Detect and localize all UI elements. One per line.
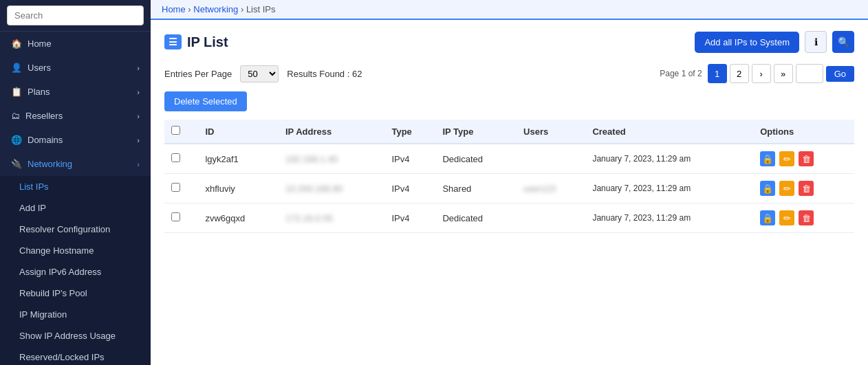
page-info: Page 1 of 2 xyxy=(660,69,702,78)
breadcrumb-networking[interactable]: Networking xyxy=(193,4,238,14)
select-all-checkbox[interactable] xyxy=(171,126,180,135)
col-type: Type xyxy=(384,120,435,144)
row-users xyxy=(517,203,585,233)
search-input[interactable] xyxy=(7,5,144,25)
row-id: zvw6gqxd xyxy=(198,203,279,233)
row-checkbox-cell xyxy=(164,203,198,233)
edit-icon[interactable]: ✏ xyxy=(779,151,794,166)
page-btn-next[interactable]: › xyxy=(752,64,771,83)
col-users: Users xyxy=(517,120,585,144)
resellers-icon: 🗂 xyxy=(11,111,20,121)
page-header: ☰ IP List Add all IPs to System ℹ 🔍 xyxy=(164,31,854,53)
chevron-icon: › xyxy=(137,160,140,168)
page-header-actions: Add all IPs to System ℹ 🔍 xyxy=(695,31,854,53)
row-checkbox-cell xyxy=(164,174,198,203)
row-checkbox[interactable] xyxy=(171,212,180,221)
list-icon: ☰ xyxy=(164,34,182,49)
col-id: ID xyxy=(198,120,279,144)
sidebar-item-ip-migration[interactable]: IP Migration xyxy=(0,304,151,325)
sidebar-item-networking[interactable]: 🔌 Networking › xyxy=(0,152,151,176)
row-ip: 192.168.1.40 xyxy=(279,144,384,174)
page-btn-last[interactable]: » xyxy=(774,64,793,83)
info-button[interactable]: ℹ xyxy=(805,31,827,53)
search-box xyxy=(0,0,151,32)
row-ip: 172.16.0.55 xyxy=(279,203,384,233)
home-icon: 🏠 xyxy=(11,38,22,49)
page-btn-2[interactable]: 2 xyxy=(730,64,749,83)
entries-label: Entries Per Page xyxy=(164,69,232,79)
delete-selected-container: Delete Selected xyxy=(164,91,854,120)
sidebar-item-domains[interactable]: 🌐 Domains › xyxy=(0,128,151,152)
breadcrumb: Home › Networking › List IPs xyxy=(151,0,868,20)
row-ip-type: Dedicated xyxy=(435,203,517,233)
sidebar-item-plans[interactable]: 📋 Plans › xyxy=(0,80,151,104)
lock-icon[interactable]: 🔒 xyxy=(760,181,775,196)
edit-icon[interactable]: ✏ xyxy=(779,181,794,196)
row-checkbox[interactable] xyxy=(171,153,180,162)
row-type: IPv4 xyxy=(384,174,435,203)
toolbar: Entries Per Page 50 25 100 Results Found… xyxy=(164,64,854,83)
row-id: lgyk2af1 xyxy=(198,144,279,174)
sidebar-item-show-ip-usage[interactable]: Show IP Address Usage xyxy=(0,325,151,346)
row-users: user123 xyxy=(517,174,585,203)
main-content: Home › Networking › List IPs ☰ IP List A… xyxy=(151,0,868,365)
sidebar-item-users[interactable]: 👤 Users › xyxy=(0,56,151,80)
breadcrumb-home[interactable]: Home xyxy=(162,4,186,14)
action-icons: 🔒 ✏ 🗑 xyxy=(760,151,847,166)
row-options: 🔒 ✏ 🗑 xyxy=(753,174,854,203)
col-ip-address: IP Address xyxy=(279,120,384,144)
delete-icon[interactable]: 🗑 xyxy=(799,210,814,225)
row-ip-type: Shared xyxy=(435,174,517,203)
row-checkbox-cell xyxy=(164,144,198,174)
table-header-row: ID IP Address Type IP Type Users Created… xyxy=(164,120,854,144)
sidebar-item-assign-ipv6[interactable]: Assign IPv6 Address xyxy=(0,261,151,283)
col-ip-type: IP Type xyxy=(435,120,517,144)
sidebar-item-resolver-config[interactable]: Resolver Configuration xyxy=(0,219,151,240)
row-checkbox[interactable] xyxy=(171,183,180,192)
users-icon: 👤 xyxy=(11,63,22,73)
action-icons: 🔒 ✏ 🗑 xyxy=(760,181,847,196)
plans-icon: 📋 xyxy=(11,87,22,97)
row-ip: 10.200.168.80 xyxy=(279,174,384,203)
sidebar-item-add-ip[interactable]: Add IP xyxy=(0,197,151,219)
lock-icon[interactable]: 🔒 xyxy=(760,210,775,225)
results-text: Results Found : 62 xyxy=(287,69,362,79)
breadcrumb-current: List IPs xyxy=(246,4,276,14)
entries-select[interactable]: 50 25 100 xyxy=(240,65,279,82)
sidebar-item-home[interactable]: 🏠 Home xyxy=(0,32,151,56)
sidebar-item-reserved-ips[interactable]: Reserved/Locked IPs xyxy=(0,346,151,365)
row-users xyxy=(517,144,585,174)
chevron-icon: › xyxy=(137,64,140,72)
col-checkbox xyxy=(164,120,198,144)
page-btn-1[interactable]: 1 xyxy=(708,64,727,83)
row-type: IPv4 xyxy=(384,203,435,233)
row-ip-type: Dedicated xyxy=(435,144,517,174)
delete-icon[interactable]: 🗑 xyxy=(799,151,814,166)
pagination: Page 1 of 2 1 2 › » Go xyxy=(660,64,854,83)
row-created: January 7, 2023, 11:29 am xyxy=(585,174,753,203)
col-options: Options xyxy=(753,120,854,144)
search-button[interactable]: 🔍 xyxy=(832,31,854,53)
page-jump-input[interactable] xyxy=(796,64,823,83)
delete-selected-button[interactable]: Delete Selected xyxy=(164,91,247,111)
row-options: 🔒 ✏ 🗑 xyxy=(753,203,854,233)
delete-icon[interactable]: 🗑 xyxy=(799,181,814,196)
chevron-icon: › xyxy=(137,88,140,96)
go-button[interactable]: Go xyxy=(826,66,854,82)
chevron-icon: › xyxy=(137,136,140,144)
edit-icon[interactable]: ✏ xyxy=(779,210,794,225)
content-area: ☰ IP List Add all IPs to System ℹ 🔍 Entr… xyxy=(151,20,868,365)
page-title: IP List xyxy=(187,34,228,50)
add-all-ips-button[interactable]: Add all IPs to System xyxy=(695,32,799,53)
sidebar-item-list-ips[interactable]: List IPs xyxy=(0,176,151,197)
row-created: January 7, 2023, 11:29 am xyxy=(585,203,753,233)
networking-submenu: List IPs Add IP Resolver Configuration C… xyxy=(0,176,151,365)
sidebar-item-change-hostname[interactable]: Change Hostname xyxy=(0,240,151,261)
domains-icon: 🌐 xyxy=(11,135,22,145)
page-title-group: ☰ IP List xyxy=(164,34,228,50)
sidebar-item-rebuild-ips-pool[interactable]: Rebuild IP's Pool xyxy=(0,283,151,304)
table-row: zvw6gqxd 172.16.0.55 IPv4 Dedicated Janu… xyxy=(164,203,854,233)
sidebar-item-resellers[interactable]: 🗂 Resellers › xyxy=(0,104,151,128)
lock-icon[interactable]: 🔒 xyxy=(760,151,775,166)
row-id: xhfluviy xyxy=(198,174,279,203)
